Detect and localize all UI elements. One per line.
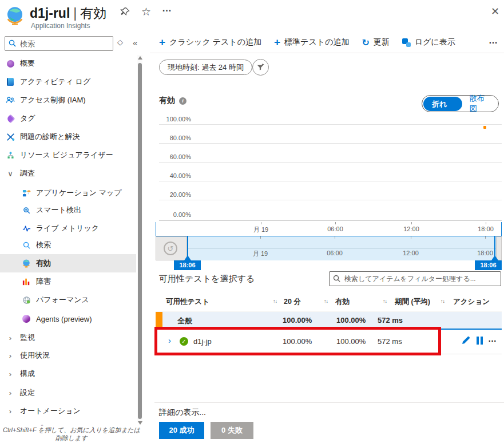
row-more-icon[interactable]: … [488,334,497,343]
sidebar-item-failures[interactable]: 障害 [0,272,136,291]
sidebar-item-availability[interactable]: 有効 [0,254,136,272]
sidebar-group-settings[interactable]: ›設定 [0,383,136,402]
chart-x-axis-strip: 月 19 06:00 12:00 18:00 [156,222,502,236]
add-classic-test-button[interactable]: +クラシック テストの追加 [159,37,261,48]
sidebar-item-performance[interactable]: パフォーマンス [0,291,136,309]
test-20min-value: 100.00% [283,337,312,346]
title-separator: | [70,6,80,21]
info-icon[interactable]: i [179,97,186,105]
x-axis-line [159,220,502,221]
brush-reset-icon[interactable]: ↺ [164,242,177,255]
application-insights-logo [5,4,25,27]
sidebar-item-smart-detection[interactable]: スマート検出 [0,201,136,219]
sidebar-item-tags[interactable]: タグ [0,109,136,128]
failure-count-button[interactable]: 0 失敗 [211,422,253,439]
toggle-scatter-chart[interactable]: 散布図 [462,93,498,114]
brush-midline [187,248,496,249]
chart-title-text: 有効 [159,96,175,106]
scroll-down-icon[interactable] [138,421,142,425]
time-brush[interactable]: ↺ 月 19 06:00 12:00 18:00 [156,236,502,260]
sidebar-group-monitoring[interactable]: ›監視 [0,329,136,347]
column-header-duration-avg[interactable]: 期間 (平均) [395,297,430,307]
tag-icon [6,114,15,123]
sidebar-scrollbar-thumb[interactable] [138,63,142,419]
sort-icon[interactable]: ↑↓ [273,298,277,304]
table-row-d1j-jp[interactable]: › ✓ d1j-jp 100.00% 100.00% 572 ms [156,330,502,354]
column-header-20min[interactable]: 20 分 [284,297,301,307]
sidebar-item-activity-log[interactable]: アクティビティ ログ [0,73,136,91]
column-header-test[interactable]: 可用性テスト [166,297,209,307]
scroll-up-icon[interactable] [138,56,142,60]
sidebar-group-configuration[interactable]: ›構成 [0,365,136,383]
sidebar-item-live-metrics[interactable]: ライブ メトリック [0,219,136,238]
sidebar-item-resource-visualizer[interactable]: リソース ビジュアライザー [0,146,136,164]
sidebar-item-access-control-iam[interactable]: アクセス制御 (IAM) [0,91,136,109]
favorite-star-icon[interactable]: ☆ [141,5,151,18]
sidebar-item-application-map[interactable]: アプリケーション マップ [0,184,136,202]
sidebar-item-label: アプリケーション マップ [36,188,122,198]
refresh-button[interactable]: ↻更新 [362,37,389,48]
test-duration-value: 572 ms [378,337,402,346]
sidebar-item-label: アクセス制御 (IAM) [20,95,86,105]
brush-end-marker-icon[interactable] [491,255,498,260]
x-axis-tick: 12:00 [394,226,428,232]
sidebar-item-overview[interactable]: 概要 [0,54,136,73]
show-details-link[interactable]: 詳細の表示... [159,408,206,418]
gridline [159,200,502,200]
collapse-sidebar-icon[interactable]: « [133,38,137,48]
view-in-logs-button[interactable]: ログに表示 [402,37,455,48]
sidebar-group-label: 構成 [20,369,35,379]
button-label: ログに表示 [415,37,455,48]
success-count-button[interactable]: 20 成功 [159,422,204,439]
header-more-icon[interactable]: … [162,3,172,14]
table-row-general-group[interactable]: 全般 100.00% 100.00% 572 ms [156,312,502,329]
time-range-filter-pill[interactable]: 現地時刻: 過去 24 時間 [159,60,252,75]
sidebar-item-label: ライブ メトリック [36,223,99,234]
activity-log-icon [6,77,15,86]
column-header-actions[interactable]: アクション [453,297,490,307]
sidebar-item-label: タグ [20,113,35,124]
sidebar-item-label: 障害 [36,276,51,287]
pin-icon[interactable] [120,7,130,19]
gridline [159,124,502,125]
sidebar-group-automation[interactable]: ›オートメーション [0,402,136,420]
tests-filter-input[interactable] [329,271,501,286]
sidebar-group-label: オートメーション [20,406,81,416]
y-axis-tick: 0.00% [159,211,191,218]
sidebar-item-agents-preview[interactable]: Agents (preview) [0,310,136,328]
expand-row-icon[interactable]: › [168,335,171,345]
sidebar-search-input[interactable] [5,36,113,51]
pause-test-icon[interactable] [477,337,483,345]
axis-tick-mark [485,236,486,239]
blade-name: 有効 [80,6,106,21]
edit-test-icon[interactable] [461,335,471,345]
chart-type-toggle: 折れ線 散布図 [422,95,499,112]
sidebar-item-search[interactable]: 検索 [0,236,136,254]
time-range-label: 現地時刻: 過去 24 時間 [168,62,244,73]
dock-icon[interactable]: ◇ [117,38,123,46]
sort-icon[interactable]: ↑↓ [324,298,328,304]
sort-icon[interactable]: ↑↓ [440,298,445,304]
sidebar-item-label: スマート検出 [36,205,81,215]
sidebar-item-diagnose-solve[interactable]: 問題の診断と解決 [0,128,136,146]
add-standard-test-button[interactable]: +標準テストの追加 [274,37,349,48]
command-bar-more-icon[interactable]: … [489,35,498,46]
column-header-availability[interactable]: 有効 [335,297,350,307]
smart-detection-icon [22,205,31,215]
failures-icon [22,277,31,286]
sidebar-group-investigate[interactable]: ∨調査 [0,164,136,183]
add-filter-icon[interactable] [252,59,269,76]
toolbar-divider [150,53,504,53]
sort-icon[interactable]: ↑↓ [383,298,387,304]
toggle-line-chart[interactable]: 折れ線 [423,97,462,111]
plus-icon: + [159,38,165,46]
test-name: d1j-jp [193,337,212,346]
axis-tick-mark [335,222,336,224]
close-icon[interactable]: ✕ [491,5,499,18]
sidebar-group-help[interactable]: ›ヘルプ [0,420,136,426]
sidebar-group-usage[interactable]: ›使用状況 [0,346,136,365]
brush-x-tick: 06:00 [318,250,352,256]
search-icon [332,274,341,283]
brush-start-marker-icon[interactable] [184,255,191,260]
button-label: クラシック テストの追加 [169,37,261,48]
